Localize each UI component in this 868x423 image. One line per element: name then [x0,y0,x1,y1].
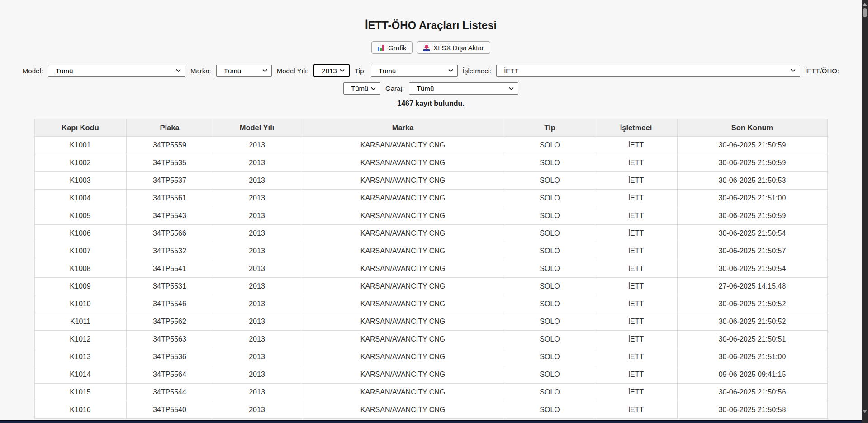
model-yili-label: Model Yılı: [277,67,309,75]
cell-tip: SOLO [505,295,595,313]
cell-plaka: 34TP5546 [126,295,213,313]
model-select[interactable]: Tümü [48,65,185,77]
tip-select[interactable]: Tümü [371,65,458,77]
table-row: K1012 34TP5563 2013 KARSAN/AVANCITY CNG … [34,331,827,348]
cell-kapi-kodu: K1004 [34,190,126,207]
cell-model-yili: 2013 [213,172,301,190]
cell-plaka: 34TP5531 [126,278,213,295]
cell-marka: KARSAN/AVANCITY CNG [301,190,505,207]
column-header-marka: Marka [301,119,505,137]
cell-marka: KARSAN/AVANCITY CNG [301,384,505,401]
table-row: K1006 34TP5566 2013 KARSAN/AVANCITY CNG … [34,225,827,242]
cell-tip: SOLO [505,260,595,278]
cell-kapi-kodu: K1009 [34,278,126,295]
table-row: K1001 34TP5559 2013 KARSAN/AVANCITY CNG … [34,137,827,154]
page-title: İETT-ÖHO Araçları Listesi [0,19,862,32]
cell-model-yili: 2013 [213,331,301,348]
tip-label: Tip: [355,67,365,75]
cell-son-konum: 30-06-2025 21:50:59 [677,207,827,225]
garaj-select-value: Tümü [417,85,434,92]
cell-plaka: 34TP5536 [126,348,213,366]
table-row: K1005 34TP5543 2013 KARSAN/AVANCITY CNG … [34,207,827,225]
cell-kapi-kodu: K1008 [34,260,126,278]
model-yili-select[interactable]: 2013 [313,64,350,77]
cell-marka: KARSAN/AVANCITY CNG [301,154,505,172]
bottom-bar [0,420,862,423]
chevron-down-icon [340,69,345,72]
cell-tip: SOLO [505,313,595,331]
cell-model-yili: 2013 [213,190,301,207]
cell-isletmeci: İETT [595,260,677,278]
cell-marka: KARSAN/AVANCITY CNG [301,137,505,154]
download-icon [423,44,430,51]
column-header-son-konum: Son Konum [677,119,827,137]
cell-model-yili: 2013 [213,225,301,242]
cell-kapi-kodu: K1002 [34,154,126,172]
toolbar: Grafik XLSX Dışa Aktar [0,41,862,54]
cell-isletmeci: İETT [595,331,677,348]
scrollbar-down-arrow-icon[interactable] [863,410,867,413]
cell-tip: SOLO [505,154,595,172]
table-row: K1009 34TP5531 2013 KARSAN/AVANCITY CNG … [34,278,827,295]
xlsx-export-button[interactable]: XLSX Dışa Aktar [417,41,490,54]
filter-bar: Model: Tümü Marka: Tümü Model Yılı: 2013… [0,64,862,95]
cell-isletmeci: İETT [595,172,677,190]
table-row: K1013 34TP5536 2013 KARSAN/AVANCITY CNG … [34,348,827,366]
cell-kapi-kodu: K1010 [34,295,126,313]
column-header-kapi-kodu: Kapı Kodu [34,119,126,137]
cell-model-yili: 2013 [213,366,301,384]
cell-isletmeci: İETT [595,366,677,384]
grafik-button[interactable]: Grafik [371,41,413,54]
isletmeci-select[interactable]: İETT [496,65,800,77]
garaj-select[interactable]: Tümü [409,82,518,95]
cell-son-konum: 30-06-2025 21:50:54 [677,260,827,278]
cell-plaka: 34TP5537 [126,172,213,190]
cell-isletmeci: İETT [595,154,677,172]
cell-son-konum: 09-06-2025 09:41:15 [677,366,827,384]
column-header-model-yili: Model Yılı [213,119,301,137]
chevron-down-icon [262,69,267,72]
cell-tip: SOLO [505,366,595,384]
cell-son-konum: 30-06-2025 21:51:00 [677,190,827,207]
cell-marka: KARSAN/AVANCITY CNG [301,242,505,260]
scrollbar-up-arrow-icon[interactable] [863,3,867,6]
cell-kapi-kodu: K1014 [34,366,126,384]
cell-son-konum: 30-06-2025 21:50:53 [677,172,827,190]
bar-chart-icon [378,45,384,51]
cell-model-yili: 2013 [213,242,301,260]
iett-oho-select-value: Tümü [351,85,368,92]
cell-plaka: 34TP5540 [126,401,213,419]
cell-plaka: 34TP5544 [126,384,213,401]
cell-tip: SOLO [505,278,595,295]
cell-model-yili: 2013 [213,348,301,366]
cell-son-konum: 30-06-2025 21:50:57 [677,242,827,260]
grafik-button-label: Grafik [388,44,406,52]
scrollbar-thumb[interactable] [863,8,867,17]
chevron-down-icon [176,69,181,72]
cell-plaka: 34TP5543 [126,207,213,225]
cell-isletmeci: İETT [595,295,677,313]
chevron-down-icon [448,69,453,72]
column-header-tip: Tip [505,119,595,137]
cell-model-yili: 2013 [213,295,301,313]
cell-plaka: 34TP5566 [126,225,213,242]
cell-son-konum: 30-06-2025 21:50:54 [677,225,827,242]
cell-isletmeci: İETT [595,278,677,295]
table-row: K1011 34TP5562 2013 KARSAN/AVANCITY CNG … [34,313,827,331]
cell-tip: SOLO [505,225,595,242]
cell-marka: KARSAN/AVANCITY CNG [301,295,505,313]
marka-select[interactable]: Tümü [216,65,272,77]
cell-plaka: 34TP5541 [126,260,213,278]
iett-oho-select[interactable]: Tümü [343,82,380,95]
cell-model-yili: 2013 [213,278,301,295]
table-row: K1015 34TP5544 2013 KARSAN/AVANCITY CNG … [34,384,827,401]
cell-kapi-kodu: K1003 [34,172,126,190]
cell-marka: KARSAN/AVANCITY CNG [301,401,505,419]
cell-model-yili: 2013 [213,384,301,401]
cell-kapi-kodu: K1006 [34,225,126,242]
vertical-scrollbar[interactable] [862,0,868,423]
filter-row-2: Tümü Garaj: Tümü [0,82,862,95]
cell-tip: SOLO [505,207,595,225]
cell-isletmeci: İETT [595,207,677,225]
cell-model-yili: 2013 [213,207,301,225]
